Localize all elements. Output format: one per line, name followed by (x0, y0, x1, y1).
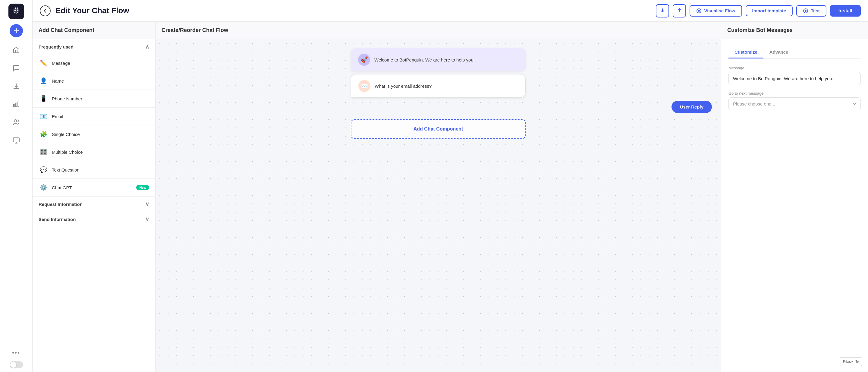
section-request-information[interactable]: Request Information ∨ (33, 196, 155, 212)
section-frequently-used[interactable]: Frequently used ∧ (33, 39, 155, 54)
user-reply-button[interactable]: User Reply (672, 101, 712, 113)
svg-rect-7 (18, 102, 19, 107)
component-name[interactable]: 👤 Name (33, 72, 155, 90)
upload-button[interactable] (673, 4, 686, 18)
section-send-information[interactable]: Send Information ∨ (33, 212, 155, 227)
component-text-question[interactable]: 💬 Text Question (33, 161, 155, 179)
component-message[interactable]: ✏️ Message (33, 54, 155, 72)
right-panel-header: Customize Bot Messages (721, 22, 868, 39)
tab-advance[interactable]: Advance (764, 46, 795, 59)
component-chat-gpt[interactable]: ⚙️ Chat GPT New (33, 179, 155, 196)
chevron-down-icon-2: ∨ (145, 216, 149, 222)
download-button[interactable] (656, 4, 669, 18)
next-message-select[interactable]: Please choose one... (728, 97, 861, 110)
sidebar: ••• (0, 0, 33, 372)
next-message-form-group: Go to next message Please choose one... (728, 91, 861, 110)
svg-rect-4 (17, 7, 18, 9)
phone-icon: 📱 (38, 94, 48, 103)
add-button[interactable] (10, 24, 23, 37)
right-panel: Customize Bot Messages Customize Advance… (721, 22, 868, 372)
bubble-welcome-wrapper: 🚀 Welcome to BotPenguin. We are here to … (351, 48, 526, 71)
middle-panel: Create/Reorder Chat Flow 🚀 Welcome to Bo… (156, 22, 721, 372)
text-question-icon: 💬 (38, 165, 48, 175)
message-form-group: Message (728, 66, 861, 85)
email-icon: 📧 (38, 112, 48, 121)
install-button[interactable]: Install (830, 5, 861, 17)
single-choice-icon: 🧩 (38, 129, 48, 139)
nav-analytics[interactable] (8, 96, 24, 112)
message-icon: ✏️ (38, 58, 48, 68)
header: Edit Your Chat Flow Visualise Flow Impor… (33, 0, 868, 22)
app-logo (8, 4, 24, 19)
new-badge: New (136, 185, 149, 190)
email-bubble-icon: ✉️ (358, 80, 370, 92)
left-panel-header: Add Chat Component (33, 22, 155, 39)
tab-customize[interactable]: Customize (728, 46, 764, 59)
chat-gpt-icon: ⚙️ (38, 183, 48, 192)
bubble-welcome[interactable]: 🚀 Welcome to BotPenguin. We are here to … (351, 48, 526, 71)
svg-rect-5 (13, 104, 15, 107)
svg-point-0 (13, 8, 19, 13)
middle-panel-header: Create/Reorder Chat Flow (156, 22, 721, 39)
next-message-label: Go to next message (728, 91, 861, 96)
import-template-button[interactable]: Import template (746, 5, 793, 16)
nav-users[interactable] (8, 115, 24, 130)
left-panel: Add Chat Component Frequently used ∧ ✏️ … (33, 22, 156, 372)
bubble-email[interactable]: ✉️ What is your email address? (351, 74, 526, 98)
customize-tabs: Customize Advance (728, 46, 861, 59)
back-button[interactable] (40, 5, 51, 16)
right-panel-body: Customize Advance Message Go to next mes… (721, 39, 868, 372)
left-panel-body: Frequently used ∧ ✏️ Message 👤 Name 📱 Ph… (33, 39, 155, 372)
visualise-flow-button[interactable]: Visualise Flow (689, 5, 742, 17)
svg-rect-3 (15, 7, 16, 9)
nav-display[interactable] (8, 133, 24, 148)
header-actions: Visualise Flow Import template Test Inst… (656, 4, 861, 18)
theme-toggle[interactable] (10, 361, 23, 368)
name-icon: 👤 (38, 76, 48, 86)
more-options[interactable]: ••• (12, 349, 20, 356)
svg-rect-9 (13, 138, 19, 142)
svg-point-11 (698, 10, 700, 12)
component-single-choice[interactable]: 🧩 Single Choice (33, 125, 155, 143)
message-input[interactable] (728, 72, 861, 85)
nav-chat[interactable] (8, 60, 24, 76)
page-title: Edit Your Chat Flow (56, 6, 651, 16)
multiple-choice-icon: 🎛️ (38, 147, 48, 157)
svg-point-8 (14, 120, 17, 122)
flow-canvas[interactable]: 🚀 Welcome to BotPenguin. We are here to … (156, 39, 721, 372)
panels: Add Chat Component Frequently used ∧ ✏️ … (33, 22, 868, 372)
svg-point-13 (805, 10, 807, 12)
chevron-up-icon: ∧ (145, 43, 149, 50)
component-phone-number[interactable]: 📱 Phone Number (33, 90, 155, 107)
add-chat-component-button[interactable]: Add Chat Component (351, 119, 526, 139)
svg-point-1 (14, 10, 16, 11)
test-button[interactable]: Test (796, 5, 827, 17)
recaptcha-badge: Privacy - Te (840, 357, 862, 366)
nav-download[interactable] (8, 79, 24, 94)
component-email[interactable]: 📧 Email (33, 107, 155, 125)
chevron-down-icon-1: ∨ (145, 201, 149, 208)
bot-icon-1: 🚀 (358, 54, 370, 66)
main-content: Edit Your Chat Flow Visualise Flow Impor… (33, 0, 868, 372)
nav-home[interactable] (8, 42, 24, 58)
message-label: Message (728, 66, 861, 70)
component-multiple-choice[interactable]: 🎛️ Multiple Choice (33, 143, 155, 161)
svg-rect-6 (16, 103, 17, 107)
bubble-email-wrapper: ✉️ What is your email address? (351, 74, 526, 98)
svg-point-2 (17, 10, 18, 11)
